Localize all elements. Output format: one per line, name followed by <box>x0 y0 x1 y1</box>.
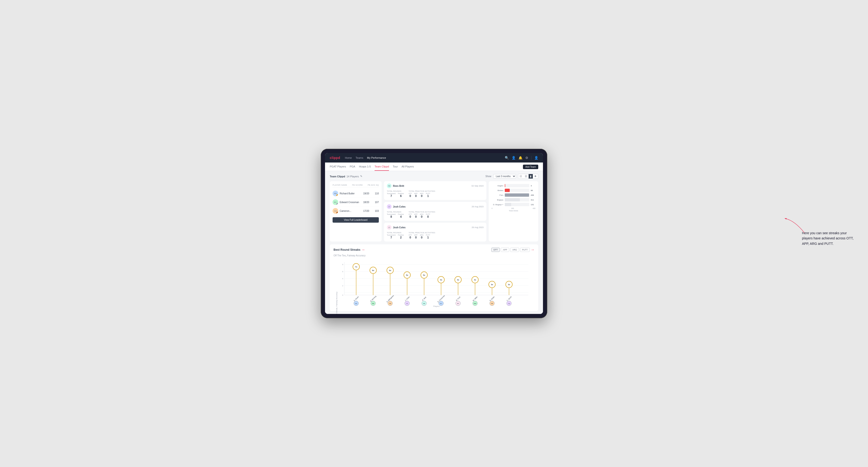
ott-label: OTT <box>408 193 412 194</box>
subnav-pga[interactable]: PGA <box>350 162 355 171</box>
rounds-sub-row: Tournament 7 Practice 6 <box>387 193 404 198</box>
view-leaderboard-button[interactable]: View Full Leaderboard <box>333 217 379 223</box>
subnav-all-players[interactable]: All Players <box>402 162 414 171</box>
subnav-tour[interactable]: Tour <box>393 162 398 171</box>
stat-card-3: JC Josh Coles 26 Aug 2023 Total Rounds T… <box>384 223 486 242</box>
grid-view-btn[interactable]: ☷ <box>518 174 523 179</box>
rounds-sub-row: Tournament 8 Practice 4 <box>387 214 404 218</box>
arg-col: ARG 0 <box>420 234 423 239</box>
subnav-hcaps[interactable]: Hcaps 1-5 <box>359 162 371 171</box>
arg-col: ARG 0 <box>420 193 423 198</box>
tournament-col: Tournament 7 <box>387 234 396 239</box>
user-icon[interactable]: 👤 <box>512 156 516 160</box>
bar-count-dbogeys: 131 <box>531 204 535 206</box>
streak-filters: OTT APP ARG PUTT <box>491 248 530 252</box>
svg-text:BF: BF <box>457 303 459 304</box>
nav-my-performance[interactable]: My Performance <box>367 156 386 159</box>
table-view-btn[interactable]: ❖ <box>533 174 538 179</box>
bar-fill <box>505 193 529 197</box>
subnav-pgat[interactable]: PGAT Players <box>330 162 346 171</box>
leaderboard-panel: PLAYER NAME PB SCORE PB AVG SQ RB 1 Rich… <box>330 181 382 242</box>
rounds-label: Total Rounds <box>387 211 404 213</box>
arg-value: 0 <box>421 194 423 198</box>
svg-text:JC: JC <box>406 303 408 304</box>
settings-icon[interactable]: ⚙ <box>525 156 528 160</box>
tournament-label: Tournament <box>387 193 396 194</box>
medal-silver: 2 <box>336 203 338 205</box>
avatar-initials: RB <box>334 192 337 195</box>
svg-text:BM: BM <box>372 303 374 304</box>
add-team-button[interactable]: Add Team <box>523 165 538 169</box>
bell-icon[interactable]: 🔔 <box>519 156 522 160</box>
app-label: APP <box>414 214 417 215</box>
stat-date: 02 Sep 2023 <box>471 185 484 187</box>
svg-text:EE: EE <box>355 303 357 304</box>
avatar-icon[interactable]: 👤 <box>534 156 538 160</box>
svg-text:E. Ewert: E. Ewert <box>353 296 359 302</box>
app-col: APP 0 <box>414 234 417 239</box>
svg-text:6: 6 <box>342 271 343 272</box>
svg-text:M. Miller: M. Miller <box>472 296 478 302</box>
subnav: PGAT Players PGA Hcaps 1-5 Team Clippd T… <box>325 162 543 171</box>
app-value: 0 <box>415 215 417 218</box>
bar-label-birdies: Birdies <box>492 189 503 191</box>
stat-card-header: RB Rees Britt 02 Sep 2023 <box>387 184 484 188</box>
ott-value: 0 <box>409 194 411 198</box>
team-name: Team Clippd <box>330 175 345 178</box>
bar-label-pars: Pars <box>492 194 503 196</box>
bar-row-dbogeys: D. Bogeys + 131 <box>492 203 535 206</box>
nav-teams[interactable]: Teams <box>356 156 363 159</box>
putt-col: PUTT 0 <box>426 214 430 218</box>
avatar: CA 3 <box>333 208 338 214</box>
avatar: RB 1 <box>333 191 338 196</box>
team-header: Team Clippd 14 Players ✎ Show Last 3 mon… <box>330 174 538 179</box>
chart-view-btn[interactable]: ▮ <box>529 174 533 179</box>
search-icon[interactable]: 🔍 <box>505 156 509 160</box>
period-select[interactable]: Last 3 months <box>493 174 516 179</box>
app-col: APP 0 <box>414 214 417 218</box>
stats-panels: RB Rees Britt 02 Sep 2023 Total Rounds T… <box>384 181 486 242</box>
ott-value: 0 <box>409 215 411 218</box>
avatar-initials: CA <box>334 210 337 212</box>
ott-label: OTT <box>408 214 412 215</box>
bar-row-birdies: Birdies 96 <box>492 189 535 192</box>
pb-score: 19/20 <box>362 192 370 195</box>
player-name: Edward Crossman <box>340 201 361 204</box>
filter-ott[interactable]: OTT <box>491 248 500 252</box>
team-controls: Show Last 3 months ☷ ☰ ▮ ❖ <box>486 174 538 179</box>
stat-group-rounds: Total Rounds Tournament 7 Practice 2 <box>387 231 404 239</box>
filter-app[interactable]: APP <box>501 248 509 252</box>
bar-container <box>505 184 529 187</box>
edit-icon[interactable]: ✎ <box>360 175 362 178</box>
putt-value: 1 <box>427 236 429 239</box>
filter-putt[interactable]: PUTT <box>520 248 530 252</box>
app-label: APP <box>414 193 417 194</box>
svg-text:3x: 3x <box>491 283 493 286</box>
stat-columns: Total Rounds Tournament 7 Practice 2 <box>387 231 484 239</box>
bar-label-eagles: Eagles <box>492 185 503 187</box>
filter-arg[interactable]: ARG <box>510 248 519 252</box>
view-toggle: ☷ ☰ ▮ ❖ <box>518 174 538 179</box>
putt-label: PUTT <box>426 193 430 194</box>
rounds-label: Total Rounds <box>387 190 404 192</box>
putt-value: 1 <box>427 194 429 198</box>
svg-text:2: 2 <box>342 285 343 286</box>
annotation-box: Here you can see streaks your players ha… <box>802 230 854 246</box>
show-label: Show <box>486 175 491 178</box>
arg-label: ARG <box>420 214 423 215</box>
svg-text:4x: 4x <box>440 279 442 281</box>
streak-chart-svg: Best Streak, Fairway Accuracy 0 <box>334 260 534 307</box>
medal-bronze: 3 <box>336 212 338 214</box>
stat-date: 26 Aug 2023 <box>471 226 484 228</box>
subnav-team-clippd[interactable]: Team Clippd <box>375 162 389 171</box>
bar-row-bogeys: Bogeys 311 <box>492 198 535 201</box>
bar-label-bogeys: Bogeys <box>492 199 503 201</box>
putt-col: PUTT 1 <box>426 193 430 198</box>
bar-count-bogeys: 311 <box>531 199 535 201</box>
mini-avatar: JC <box>387 225 392 230</box>
nav-home[interactable]: Home <box>345 156 352 159</box>
list-view-btn[interactable]: ☰ <box>523 174 529 179</box>
svg-text:B. Ford: B. Ford <box>456 296 461 301</box>
ott-col: OTT 0 <box>408 214 412 218</box>
tournament-value: 7 <box>390 194 392 198</box>
